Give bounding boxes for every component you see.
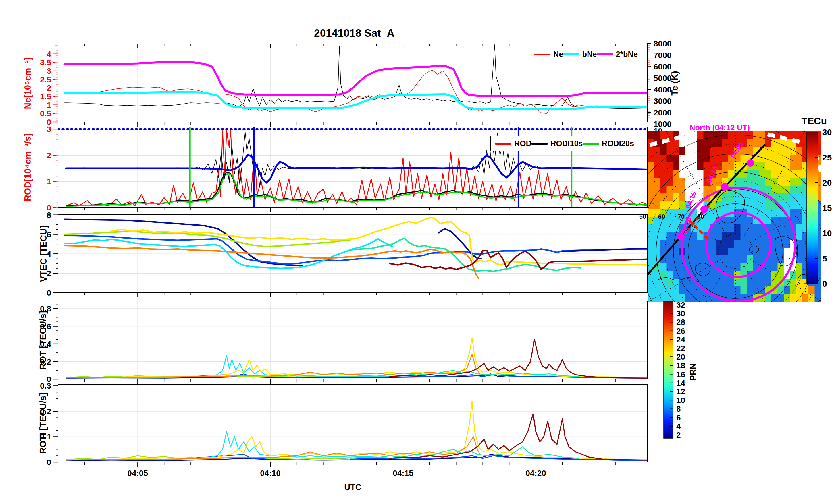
tec-cell: [803, 294, 809, 302]
tec-cell: [722, 193, 728, 202]
tec-cell: [679, 178, 685, 186]
tec-cell: [666, 255, 673, 264]
tec-cell: [771, 209, 778, 217]
tec-cell: [796, 201, 803, 209]
legend-entry: ROD: [495, 139, 531, 148]
tec-cell: [654, 279, 660, 287]
tec-cell: [765, 209, 772, 217]
tec-cell: [697, 248, 704, 256]
y-tick-label: 3.5: [40, 58, 51, 67]
tec-cell: [709, 279, 716, 287]
tec-cell: [728, 240, 734, 248]
tec-cell: [753, 240, 759, 248]
tec-cell: [734, 263, 741, 271]
tec-cell: [784, 186, 790, 194]
prn-colorbar-label: PRN: [688, 363, 698, 381]
te-axis-label: Te (K): [670, 71, 680, 96]
te-tick-label: 4000: [654, 85, 672, 94]
tec-cell: [753, 287, 759, 295]
tec-cell: [759, 178, 765, 186]
tec-cell: [784, 248, 790, 256]
prn-tick-label: 22: [676, 344, 685, 353]
tec-cell: [765, 170, 772, 178]
tec-cell: [673, 162, 679, 170]
tecu-tick-label: 30: [822, 128, 832, 137]
tec-cell: [784, 225, 790, 232]
tec-cell: [741, 170, 747, 178]
tec-cell: [753, 255, 759, 264]
prn-tick-label: 24: [676, 335, 685, 344]
y-tick-label: 1: [47, 177, 51, 186]
legend-line-sample: [583, 143, 599, 145]
chart-figure: 00.511.522.533.5410002000300040005000600…: [0, 0, 834, 504]
tec-cell: [728, 193, 734, 202]
tec-cell: [716, 232, 722, 240]
tec-cell: [654, 155, 660, 163]
tec-cell: [716, 225, 722, 232]
te-tick-label: 7000: [654, 51, 672, 60]
tec-cell: [815, 294, 821, 302]
tec-cell: [747, 279, 753, 287]
tec-cell: [654, 240, 660, 248]
prn-tick-label: 2: [676, 431, 681, 439]
tec-cell: [685, 170, 691, 178]
tec-cell: [796, 155, 803, 163]
tec-cell: [691, 287, 698, 295]
tec-cell: [790, 287, 796, 295]
tec-cell: [765, 271, 772, 279]
tec-cell: [796, 193, 803, 202]
tec-cell: [771, 178, 778, 186]
prn-tick-label: 16: [676, 370, 685, 379]
tec-cell: [716, 155, 722, 163]
prn-tick-label: 20: [676, 352, 685, 361]
tec-cell: [796, 178, 803, 186]
tec-cell: [673, 186, 679, 194]
tec-cell: [784, 255, 790, 264]
legend-line-sample: [531, 143, 548, 145]
prn-tick-label: 32: [676, 300, 685, 310]
figure-canvas: 00.511.522.533.5410002000300040005000600…: [0, 0, 834, 504]
tec-cell: [679, 186, 685, 194]
rot-axis-label: ROT [TECU/s]: [38, 311, 48, 370]
tec-cell: [796, 217, 803, 225]
tec-cell: [660, 162, 666, 170]
tec-cell: [728, 186, 734, 194]
tec-cell: [771, 255, 778, 264]
tec-cell: [704, 147, 710, 155]
tec-cell: [784, 240, 790, 248]
tec-cell: [709, 240, 716, 248]
tec-cell: [691, 255, 698, 264]
tec-cell: [722, 248, 728, 256]
tec-cell: [796, 263, 803, 271]
y-tick-label: 2: [47, 151, 51, 160]
tec-cell: [747, 287, 753, 295]
tec-cell: [728, 225, 734, 232]
tec-cell: [741, 240, 747, 248]
tecu-tick-label: 25: [822, 153, 832, 162]
tec-cell: [673, 155, 679, 163]
tec-cell: [759, 170, 765, 178]
latitude-label: 70: [678, 213, 685, 220]
track-time-dot: [747, 159, 754, 167]
tec-cell: [716, 147, 722, 155]
tec-cell: [666, 155, 673, 163]
tec-cell: [784, 193, 790, 202]
tec-cell: [654, 271, 660, 279]
tec-cell: [654, 132, 660, 139]
tec-cell: [771, 232, 778, 240]
tec-cell: [648, 279, 654, 287]
tec-cell: [771, 139, 778, 147]
tec-cell: [741, 178, 747, 186]
tec-cell: [685, 279, 691, 287]
tec-cell: [716, 139, 722, 147]
tec-cell: [691, 248, 698, 256]
y-tick-label: 0: [47, 289, 51, 297]
tec-cell: [765, 186, 772, 194]
tec-cell: [666, 193, 673, 202]
tec-cell: [790, 132, 796, 139]
tec-cell: [666, 186, 673, 194]
tec-cell: [709, 232, 716, 240]
tec-cell: [654, 193, 660, 202]
tec-cell: [790, 209, 796, 217]
tec-cell: [660, 263, 666, 271]
